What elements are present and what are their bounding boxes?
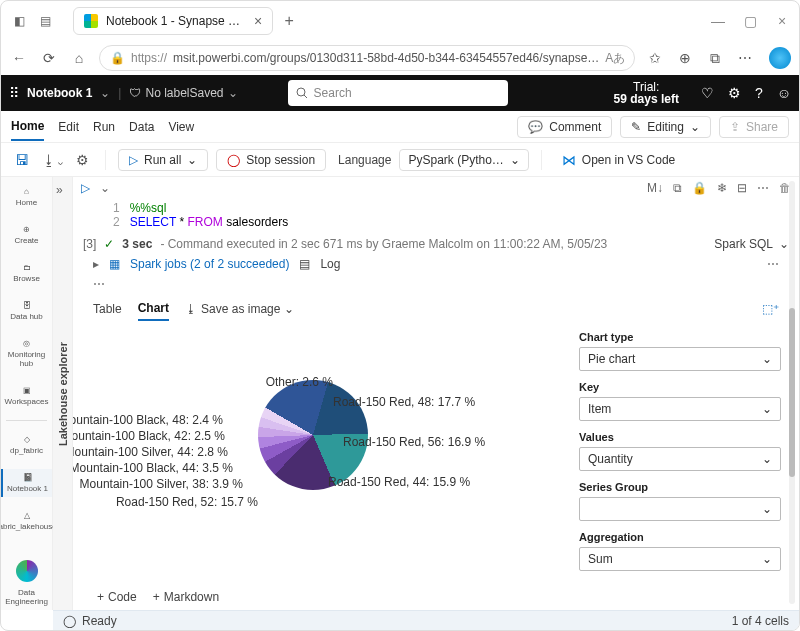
key-select[interactable]: Item⌄ (579, 397, 781, 421)
chevron-down-icon[interactable]: ⌄ (779, 237, 789, 251)
browser-tab[interactable]: Notebook 1 - Synapse Data Eng × (73, 7, 273, 35)
chevron-down-icon: ⌄ (762, 502, 772, 516)
gear-icon[interactable]: ⚙ (71, 152, 93, 168)
cell-more-icon[interactable]: ⋯ (757, 181, 769, 195)
favorites-icon[interactable]: ✩ (645, 50, 665, 66)
freeze-cell-icon[interactable]: ❄ (717, 181, 727, 195)
workspaces-icon[interactable]: ◧ (9, 11, 29, 31)
cell-menu-icon[interactable]: ⌄ (100, 181, 110, 195)
series-select[interactable]: ⌄ (579, 497, 781, 521)
menu-home[interactable]: Home (11, 113, 44, 141)
expand-panel-icon[interactable]: » (56, 183, 63, 197)
pie-slice-label: Mountain-100 Black, 44: 3.5 % (73, 461, 233, 475)
jobs-more-icon[interactable]: ⋯ (767, 257, 779, 271)
output-tabs: Table Chart ⭳Save as image⌄ ⬚⁺ (73, 293, 799, 325)
collections-icon[interactable]: ⊕ (675, 50, 695, 66)
spark-icon: ▦ (109, 257, 120, 271)
pie-slice-label: Mountain-100 Black, 42: 2.5 % (73, 429, 225, 443)
more-icon[interactable]: ⋯ (735, 50, 755, 66)
agg-select[interactable]: Sum⌄ (579, 547, 781, 571)
markdown-toggle-icon[interactable]: M↓ (647, 181, 663, 195)
search-input[interactable]: Search (288, 80, 508, 106)
save-as-image-button[interactable]: ⭳Save as image⌄ (185, 302, 294, 316)
tab-table[interactable]: Table (93, 298, 122, 320)
notebook-chevron-icon[interactable]: ⌄ (100, 86, 110, 100)
notebook-name[interactable]: Notebook 1 (27, 86, 92, 100)
rail-dataeng[interactable]: Data Engineering (1, 556, 52, 610)
add-code-cell[interactable]: +Code (97, 590, 137, 604)
charttype-select[interactable]: Pie chart⌄ (579, 347, 781, 371)
sidebar-icon[interactable]: ▤ (35, 11, 55, 31)
rail-dpfabric[interactable]: ◇dp_fabric (1, 431, 52, 459)
lock-cell-icon[interactable]: 🔒 (692, 181, 707, 195)
save-icon[interactable]: 🖫 (11, 152, 33, 168)
menu-view[interactable]: View (168, 114, 194, 140)
app-launcher-icon[interactable]: ⠿ (9, 85, 19, 101)
chevron-down-icon: ⌄ (187, 153, 197, 167)
refresh-icon[interactable]: ⟳ (39, 50, 59, 66)
run-cell-icon[interactable]: ▷ (81, 181, 90, 195)
browser-titlebar: ◧ ▤ Notebook 1 - Synapse Data Eng × + — … (1, 1, 799, 41)
run-all-button[interactable]: ▷Run all⌄ (118, 149, 208, 171)
language-select[interactable]: PySpark (Pytho…⌄ (399, 149, 528, 171)
menu-edit[interactable]: Edit (58, 114, 79, 140)
expand-output-icon[interactable]: ⬚⁺ (762, 302, 779, 316)
editing-mode-button[interactable]: ✎Editing⌄ (620, 116, 711, 138)
minimize-icon[interactable]: — (709, 13, 727, 29)
download-image-icon: ⭳ (185, 302, 197, 316)
back-icon[interactable]: ← (9, 50, 29, 66)
stop-session-button[interactable]: ◯Stop session (216, 149, 326, 171)
log-icon: ▤ (299, 257, 310, 271)
add-markdown-cell[interactable]: +Markdown (153, 590, 219, 604)
open-vscode-button[interactable]: ⋈ Open in VS Code (562, 152, 675, 168)
sensitivity-label[interactable]: 🛡No labelSaved⌄ (129, 86, 237, 100)
rail-browse[interactable]: 🗀Browse (1, 259, 52, 287)
rail-datahub[interactable]: 🗄Data hub (1, 297, 52, 325)
rail-workspaces[interactable]: ▣Workspaces (1, 382, 52, 410)
settings-icon[interactable]: ⚙ (728, 85, 741, 101)
notifications-icon[interactable]: ♡ (701, 85, 714, 101)
chevron-down-icon: ⌄ (762, 352, 772, 366)
close-window-icon[interactable]: × (773, 13, 791, 29)
rail-home[interactable]: ⌂Home (1, 183, 52, 211)
bing-chat-icon[interactable] (769, 47, 791, 69)
comment-button[interactable]: 💬Comment (517, 116, 612, 138)
tab-chart[interactable]: Chart (138, 297, 169, 321)
maximize-icon[interactable]: ▢ (741, 13, 759, 29)
pie-slice-label: Mountain-100 Black, 48: 2.4 % (73, 413, 223, 427)
values-select[interactable]: Quantity⌄ (579, 447, 781, 471)
copy-cell-icon[interactable]: ⧉ (673, 181, 682, 195)
code-cell[interactable]: 12 %%sql SELECT * FROM salesorders (73, 199, 799, 235)
chevron-down-icon: ⌄ (284, 302, 294, 316)
scrollbar[interactable] (789, 181, 795, 604)
home-nav-icon[interactable]: ⌂ (69, 50, 89, 66)
share-button[interactable]: ⇪Share (719, 116, 789, 138)
feedback-icon[interactable]: ☺ (777, 85, 791, 101)
url-bar[interactable]: 🔒 https://msit.powerbi.com/groups/0130d3… (99, 45, 635, 71)
scrollbar-thumb[interactable] (789, 308, 795, 477)
log-link[interactable]: Log (320, 257, 340, 271)
extensions-icon[interactable]: ⧉ (705, 50, 725, 67)
rail-lakehouse[interactable]: △fabric_lakehouse (1, 507, 52, 535)
window-controls: — ▢ × (709, 13, 791, 29)
download-icon[interactable]: ⭳⌄ (41, 152, 63, 168)
rail-notebook[interactable]: 📓Notebook 1 (1, 469, 52, 497)
help-icon[interactable]: ? (755, 85, 763, 101)
close-tab-icon[interactable]: × (254, 13, 262, 29)
read-aloud-icon[interactable]: Aあ (605, 50, 625, 67)
trial-status: Trial: 59 days left (614, 81, 679, 105)
cell-action-bar: ▷ ⌄ M↓ ⧉ 🔒 ❄ ⊟ ⋯ 🗑 (73, 177, 799, 199)
spark-jobs-link[interactable]: Spark jobs (2 of 2 succeeded) (130, 257, 289, 271)
rail-monitoring[interactable]: ◎Monitoring hub (1, 335, 52, 372)
collapse-cell-icon[interactable]: ⊟ (737, 181, 747, 195)
new-tab-icon[interactable]: + (279, 11, 299, 31)
lakehouse-explorer-panel[interactable]: » Lakehouse explorer (53, 177, 73, 610)
spark-jobs-row: ▸ ▦ Spark jobs (2 of 2 succeeded) ▤ Log … (73, 253, 799, 275)
dataeng-icon (16, 560, 38, 582)
menu-data[interactable]: Data (129, 114, 154, 140)
rail-create[interactable]: ⊕Create (1, 221, 52, 249)
exec-message: - Command executed in 2 sec 671 ms by Gr… (160, 237, 607, 251)
caret-right-icon[interactable]: ▸ (93, 257, 99, 271)
cell-drag-handle[interactable]: ⋯ (73, 275, 799, 293)
menu-run[interactable]: Run (93, 114, 115, 140)
